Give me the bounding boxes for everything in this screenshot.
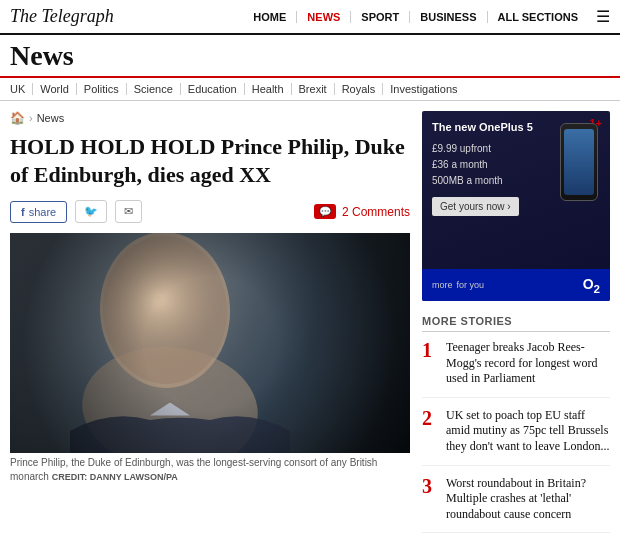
ad-price3: 500MB a month — [432, 173, 552, 189]
ad-cta-button[interactable]: Get yours now › — [432, 197, 519, 216]
sub-nav-politics[interactable]: Politics — [77, 83, 127, 95]
sub-nav-uk[interactable]: UK — [10, 83, 33, 95]
main-content: 🏠 › News HOLD HOLD HOLD Prince Philip, D… — [0, 101, 620, 544]
news-title-bar: News — [0, 35, 620, 78]
sub-nav-investigations[interactable]: Investigations — [383, 83, 464, 95]
home-icon[interactable]: 🏠 — [10, 111, 25, 125]
sub-nav-royals[interactable]: Royals — [335, 83, 384, 95]
sub-nav-health[interactable]: Health — [245, 83, 292, 95]
share-email-button[interactable]: ✉ — [115, 200, 142, 223]
nav-sport[interactable]: SPORT — [351, 11, 410, 23]
share-twitter-button[interactable]: 🐦 — [75, 200, 107, 223]
story-item-3[interactable]: 3 Worst roundabout in Britain? Multiple … — [422, 476, 610, 534]
ad-phone — [560, 123, 598, 201]
site-logo: The Telegraph — [10, 6, 114, 27]
article-headline: HOLD HOLD HOLD Prince Philip, Duke of Ed… — [10, 133, 410, 188]
credit-text: CREDIT: DANNY LAWSON/PA — [52, 472, 178, 482]
ad-tagline: The new OnePlus 5 — [432, 121, 552, 133]
o2-logo: O2 — [583, 276, 600, 295]
social-bar: f share 🐦 ✉ 💬 2 Comments — [10, 200, 410, 223]
story-text-1: Teenager breaks Jacob Rees-Mogg's record… — [446, 340, 610, 387]
ad-box[interactable]: 1+ The new OnePlus 5 £9.99 upfront £36 a… — [422, 111, 610, 301]
ad-for-you-text: for you — [457, 280, 485, 290]
story-number-3: 3 — [422, 476, 438, 523]
breadcrumb-section[interactable]: News — [37, 112, 65, 124]
article-image-container: Prince Philip, the Duke of Edinburgh, wa… — [10, 233, 410, 484]
story-number-2: 2 — [422, 408, 438, 455]
email-icon: ✉ — [124, 205, 133, 218]
site-header: The Telegraph HOME NEWS SPORT BUSINESS A… — [0, 0, 620, 35]
nav-business[interactable]: BUSINESS — [410, 11, 487, 23]
nav-news[interactable]: NEWS — [297, 11, 351, 23]
more-stories-section: MORE STORIES 1 Teenager breaks Jacob Ree… — [422, 315, 610, 544]
breadcrumb: 🏠 › News — [10, 111, 410, 125]
sub-nav-education[interactable]: Education — [181, 83, 245, 95]
share-label: share — [29, 206, 57, 218]
sub-nav-world[interactable]: World — [33, 83, 77, 95]
story-item-2[interactable]: 2 UK set to poach top EU staff amid muti… — [422, 408, 610, 466]
image-caption: Prince Philip, the Duke of Edinburgh, wa… — [10, 456, 410, 484]
story-text-2: UK set to poach top EU staff amid mutiny… — [446, 408, 610, 455]
story-number-1: 1 — [422, 340, 438, 387]
story-text-3: Worst roundabout in Britain? Multiple cr… — [446, 476, 610, 523]
ad-phone-screen — [564, 129, 594, 195]
ad-price1: £9.99 upfront — [432, 141, 552, 157]
sub-nav: UK World Politics Science Education Heal… — [0, 78, 620, 101]
share-facebook-button[interactable]: f share — [10, 201, 67, 223]
nav-home[interactable]: HOME — [243, 11, 297, 23]
more-stories-title: MORE STORIES — [422, 315, 610, 332]
section-title: News — [10, 40, 610, 72]
main-nav: HOME NEWS SPORT BUSINESS ALL SECTIONS ☰ — [243, 7, 610, 26]
facebook-icon: f — [21, 206, 25, 218]
sidebar: 1+ The new OnePlus 5 £9.99 upfront £36 a… — [422, 111, 610, 544]
comments-button[interactable]: 💬 2 Comments — [314, 204, 410, 219]
sub-nav-science[interactable]: Science — [127, 83, 181, 95]
ad-text-area: The new OnePlus 5 £9.99 upfront £36 a mo… — [432, 121, 552, 216]
ad-more-text: more — [432, 280, 453, 290]
story-item-1[interactable]: 1 Teenager breaks Jacob Rees-Mogg's reco… — [422, 340, 610, 398]
sub-nav-brexit[interactable]: Brexit — [292, 83, 335, 95]
nav-all-sections[interactable]: ALL SECTIONS — [488, 11, 588, 23]
hamburger-icon[interactable]: ☰ — [596, 7, 610, 26]
article-image — [10, 233, 410, 453]
breadcrumb-separator: › — [29, 112, 33, 124]
ad-price2: £36 a month — [432, 157, 552, 173]
comments-icon: 💬 — [314, 204, 336, 219]
twitter-icon: 🐦 — [84, 205, 98, 218]
article-area: 🏠 › News HOLD HOLD HOLD Prince Philip, D… — [10, 111, 410, 544]
comments-count: 2 Comments — [342, 205, 410, 219]
ad-o2-bar: more for you O2 — [422, 269, 610, 301]
